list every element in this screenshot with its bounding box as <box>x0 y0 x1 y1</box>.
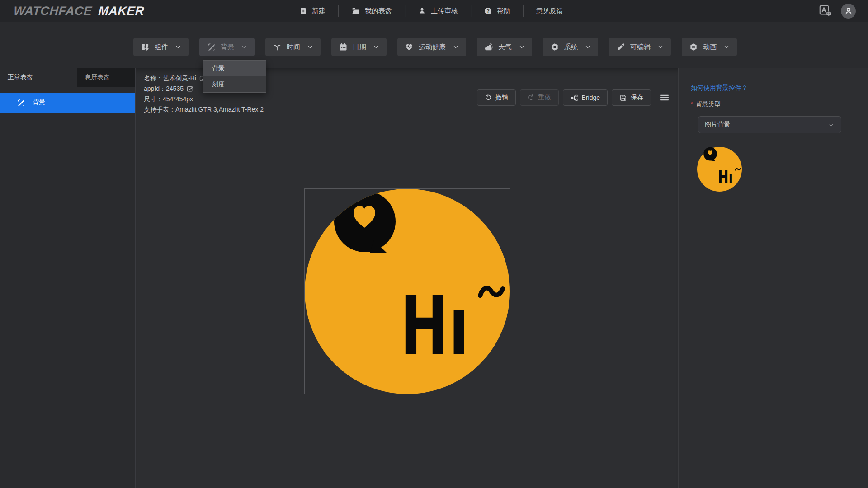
chevron-down-icon <box>585 44 591 50</box>
toolbar-weather-button[interactable]: 天气 <box>477 38 532 56</box>
toolbar-components-button[interactable]: 组件 <box>133 38 189 56</box>
toolbar-animation-button[interactable]: 动画 <box>682 38 737 56</box>
logo-secondary: MAKER <box>98 4 145 18</box>
header-right <box>818 4 856 19</box>
save-label: 保存 <box>631 94 643 102</box>
toolbar-time-label: 时间 <box>287 43 300 52</box>
toolbar-date-label: 日期 <box>353 43 366 52</box>
nav-feedback-label: 意见反馈 <box>536 7 563 15</box>
meta-watches: 支持手表：Amazfit GTR 3,Amazfit T-Rex 2 <box>144 104 264 115</box>
menu-hamburger-icon[interactable] <box>659 92 670 103</box>
toolbar-time-button[interactable]: 时间 <box>265 38 321 56</box>
toolbar-background-label: 背景 <box>221 43 234 52</box>
watchface-preview[interactable]: Hı <box>305 189 510 394</box>
meta-appid: appId：24535 <box>144 84 184 94</box>
undo-button[interactable]: 撤销 <box>477 89 516 106</box>
time-hands-icon <box>273 42 282 52</box>
content-row: 正常表盘 息屏表盘 背景 名称：艺术创意-Hi appId：24535 <box>0 68 868 488</box>
new-file-icon <box>299 7 307 15</box>
undo-label: 撤销 <box>495 94 508 102</box>
nav-new[interactable]: 新建 <box>286 7 338 15</box>
toolbar-health-button[interactable]: 运动健康 <box>397 38 466 56</box>
chevron-down-icon <box>241 44 247 50</box>
bg-type-row: *背景类型 <box>691 100 856 108</box>
chevron-down-icon <box>657 44 664 50</box>
svg-text:Hı: Hı <box>718 167 733 187</box>
hexagon-circle-icon <box>689 42 698 52</box>
toolbar-date-button[interactable]: 日期 <box>331 38 387 56</box>
watchface-mode-tabs: 正常表盘 息屏表盘 <box>0 68 135 87</box>
nav-upload-review[interactable]: 上传审核 <box>405 7 471 15</box>
chevron-down-icon <box>175 44 181 50</box>
toolbar-system-label: 系统 <box>564 43 578 52</box>
bridge-nodes-icon <box>571 94 578 102</box>
meta-name: 名称：艺术创意-Hi <box>144 73 196 84</box>
bg-type-select-value: 图片背景 <box>705 121 730 129</box>
layers-sidebar: 正常表盘 息屏表盘 背景 <box>0 68 136 488</box>
toolbar-animation-label: 动画 <box>703 43 717 52</box>
help-link[interactable]: 如何使用背景控件？ <box>691 84 748 92</box>
header: WATCHFACE MAKER 新建 我的表盘 上传审核 ? <box>0 0 868 22</box>
background-image-thumbnail[interactable]: Hı <box>697 147 742 192</box>
pencil-edit-icon <box>616 42 625 52</box>
toolbar-health-label: 运动健康 <box>419 43 446 52</box>
app-logo[interactable]: WATCHFACE MAKER <box>13 4 145 18</box>
folder-icon <box>351 6 360 15</box>
heart-pulse-icon <box>405 42 414 52</box>
redo-button[interactable]: 重做 <box>520 89 559 106</box>
nav-new-label: 新建 <box>312 7 326 15</box>
nav-feedback[interactable]: 意见反馈 <box>524 7 576 15</box>
toolbar-components-label: 组件 <box>155 43 168 52</box>
bridge-button[interactable]: Bridge <box>563 89 608 106</box>
avatar[interactable] <box>841 4 856 19</box>
toolbar-background-button[interactable]: 背景 <box>199 38 255 56</box>
background-dropdown-menu: 背景 刻度 <box>203 60 266 93</box>
toolbar-strip: 组件 背景 时间 日期 <box>0 22 868 68</box>
face-text: Hı <box>400 279 469 373</box>
background-stripes-icon <box>17 99 25 107</box>
toolbar-system-button[interactable]: 系统 <box>543 38 598 56</box>
widget-toolbar: 组件 背景 时间 日期 <box>133 38 737 56</box>
dropdown-item-background[interactable]: 背景 <box>203 61 266 76</box>
edit-appid-icon[interactable] <box>186 85 194 93</box>
tab-aod-watchface[interactable]: 息屏表盘 <box>77 68 135 87</box>
bg-type-label: 背景类型 <box>695 100 721 108</box>
bridge-label: Bridge <box>582 94 600 101</box>
canvas-area: 名称：艺术创意-Hi appId：24535 尺寸：454*454px 支持手表… <box>136 68 678 488</box>
chevron-down-icon <box>519 44 525 50</box>
toolbar-weather-label: 天气 <box>498 43 512 52</box>
main-nav: 新建 我的表盘 上传审核 ? 帮助 意见反馈 <box>286 0 576 22</box>
design-canvas[interactable]: Hı <box>304 188 510 394</box>
nav-upload-review-label: 上传审核 <box>431 7 458 15</box>
tab-aod-label: 息屏表盘 <box>85 73 110 81</box>
nav-my-watchfaces[interactable]: 我的表盘 <box>339 6 405 15</box>
calendar-icon <box>339 42 348 52</box>
help-icon: ? <box>484 7 492 15</box>
save-button[interactable]: 保存 <box>612 89 651 106</box>
tab-normal-watchface[interactable]: 正常表盘 <box>0 68 77 87</box>
chevron-down-icon <box>373 44 379 50</box>
chevron-down-icon <box>453 44 459 50</box>
chevron-down-icon <box>723 44 730 50</box>
layer-item-background[interactable]: 背景 <box>0 93 135 113</box>
components-grid-icon <box>141 42 150 52</box>
dropdown-item-scale[interactable]: 刻度 <box>203 76 266 92</box>
toolbar-editable-label: 可编辑 <box>630 43 651 52</box>
nav-help-label: 帮助 <box>497 7 510 15</box>
tab-normal-label: 正常表盘 <box>8 73 33 81</box>
nav-my-watchfaces-label: 我的表盘 <box>365 7 392 15</box>
save-floppy-icon <box>619 94 627 102</box>
redo-icon <box>528 94 535 101</box>
bg-type-select[interactable]: 图片背景 <box>698 116 841 133</box>
sun-cloud-icon <box>484 42 493 52</box>
undo-icon <box>485 94 492 101</box>
layer-item-label: 背景 <box>33 99 45 107</box>
nav-help[interactable]: ? 帮助 <box>471 7 523 15</box>
chevron-down-icon <box>828 122 835 128</box>
svg-text:?: ? <box>486 9 489 14</box>
person-icon <box>418 7 426 15</box>
translate-icon[interactable] <box>818 4 832 18</box>
toolbar-editable-button[interactable]: 可编辑 <box>609 38 671 56</box>
properties-panel: 如何使用背景控件？ *背景类型 图片背景 Hı <box>678 68 868 488</box>
required-asterisk: * <box>691 100 693 108</box>
